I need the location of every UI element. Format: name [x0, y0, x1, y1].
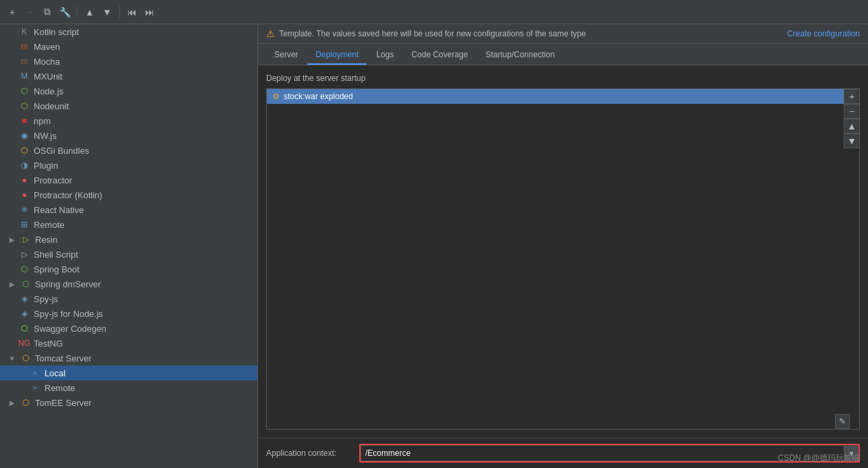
deploy-edit-btn[interactable]: ✎ — [835, 414, 850, 429]
icon-npm: ■ — [19, 115, 30, 126]
sidebar-item-label-osgi: OSGi Bundles — [34, 146, 89, 156]
sidebar-item-label-nwjs: NW.js — [34, 131, 57, 141]
warning-text: Template. The values saved here will be … — [279, 29, 586, 38]
icon-tomee-server: ⬡ — [20, 397, 31, 408]
tab-startup-connection[interactable]: Startup/Connection — [477, 46, 563, 65]
sidebar-item-spring-dmserver[interactable]: ▶⬡Spring dmServer — [0, 276, 257, 291]
sidebar-item-label-spring-boot: Spring Boot — [34, 264, 80, 274]
sidebar-item-nodeunit[interactable]: ⬡Nodeunit — [0, 98, 257, 113]
sidebar-item-label-spy-js: Spy-js — [34, 294, 58, 304]
sidebar-item-label-tomcat-local: Local — [44, 368, 65, 378]
icon-spring-dmserver: ⬡ — [20, 279, 31, 289]
icon-remote: ⊞ — [19, 219, 30, 230]
icon-shell-script: ▷ — [19, 249, 30, 260]
sidebar-item-plugin[interactable]: ◑Plugin — [0, 158, 257, 173]
deploy-remove-btn[interactable]: − — [844, 104, 860, 119]
toolbar-up-btn[interactable]: ▲ — [83, 5, 96, 19]
sidebar-item-npm[interactable]: ■npm — [0, 113, 257, 128]
icon-osgi: ⬡ — [19, 145, 30, 156]
tab-code-coverage[interactable]: Code Coverage — [403, 46, 476, 65]
icon-swagger-codegen: ⬡ — [19, 323, 30, 334]
deploy-item-icon: ⚙ — [272, 92, 280, 101]
toolbar-settings-btn[interactable]: 🔧 — [58, 5, 71, 19]
sidebar-item-tomcat-local[interactable]: ≈Local — [0, 365, 257, 380]
toolbar-sort-type-btn[interactable]: ⏭ — [143, 5, 156, 19]
tab-deployment[interactable]: Deployment — [307, 46, 367, 65]
sidebar-item-resin[interactable]: ▶▷Resin — [0, 232, 257, 247]
icon-nodejs: ⬡ — [19, 86, 30, 96]
sidebar-item-label-plugin: Plugin — [34, 160, 58, 171]
toolbar-remove-btn[interactable]: − — [23, 5, 36, 19]
sidebar: KKotlin scriptmMavenmMochaMMXUnit⬡Node.j… — [0, 24, 258, 468]
sidebar-item-label-maven: Maven — [34, 42, 60, 52]
sidebar-item-react-native[interactable]: ⚛React Native — [0, 202, 257, 217]
create-configuration-link[interactable]: Create configuration — [787, 29, 860, 38]
sidebar-item-label-swagger-codegen: Swagger Codegen — [34, 324, 106, 334]
deploy-add-btn[interactable]: + — [844, 89, 860, 104]
icon-plugin: ◑ — [19, 160, 30, 171]
toolbar-copy-btn[interactable]: ⧉ — [40, 5, 54, 19]
application-context-row: Application context: ▼ — [266, 444, 860, 463]
main-area: KKotlin scriptmMavenmMochaMMXUnit⬡Node.j… — [0, 24, 868, 468]
icon-react-native: ⚛ — [19, 204, 30, 215]
icon-mxunit: M — [19, 71, 30, 82]
expand-arrow-spring-dmserver: ▶ — [8, 280, 16, 288]
sidebar-item-label-remote: Remote — [34, 220, 65, 230]
expand-arrow-tomcat-server: ▼ — [8, 354, 16, 362]
sidebar-item-label-protractor-kotlin: Protractor (Kotlin) — [34, 190, 102, 200]
tab-server[interactable]: Server — [266, 46, 306, 65]
expand-arrow-tomee-server: ▶ — [8, 399, 16, 407]
deploy-item[interactable]: ⚙ stock:war exploded — [267, 89, 859, 104]
sidebar-item-label-tomcat-server: Tomcat Server — [35, 353, 92, 363]
sidebar-item-spring-boot[interactable]: ⬡Spring Boot — [0, 262, 257, 276]
sidebar-item-spy-js-nodejs[interactable]: ◈Spy-js for Node.js — [0, 306, 257, 321]
icon-nodeunit: ⬡ — [19, 100, 30, 111]
tab-logs[interactable]: Logs — [368, 46, 402, 65]
sidebar-item-label-tomcat-remote: Remote — [44, 383, 75, 393]
right-panel: ⚠ Template. The values saved here will b… — [258, 24, 868, 468]
warning-message: ⚠ Template. The values saved here will b… — [266, 28, 586, 39]
sidebar-item-tomcat-server[interactable]: ▼⬡Tomcat Server — [0, 351, 257, 365]
icon-protractor: ● — [19, 175, 30, 185]
icon-nwjs: ◉ — [19, 130, 30, 141]
icon-spy-js: ◈ — [19, 293, 30, 304]
sidebar-item-tomcat-remote[interactable]: ≈Remote — [0, 380, 257, 395]
deploy-section-label: Deploy at the server startup — [266, 74, 860, 83]
warning-bar: ⚠ Template. The values saved here will b… — [258, 24, 868, 44]
sidebar-item-spy-js[interactable]: ◈Spy-js — [0, 291, 257, 306]
deploy-list: ⚙ stock:war exploded + − ▲ ▼ ✎ — [266, 88, 860, 430]
sidebar-item-maven[interactable]: mMaven — [0, 39, 257, 54]
sidebar-item-protractor[interactable]: ●Protractor — [0, 173, 257, 187]
sidebar-item-osgi[interactable]: ⬡OSGi Bundles — [0, 143, 257, 158]
watermark: CSDN @@德玛玩前端 — [778, 452, 860, 464]
deploy-scroll-down-btn[interactable]: ▼ — [844, 134, 860, 148]
sidebar-item-nwjs[interactable]: ◉NW.js — [0, 128, 257, 143]
sidebar-item-label-mxunit: MXUnit — [34, 71, 63, 82]
toolbar-sort-name-btn[interactable]: ⏮ — [125, 5, 139, 19]
sidebar-item-label-nodeunit: Nodeunit — [34, 101, 69, 111]
sidebar-item-mocha[interactable]: mMocha — [0, 54, 257, 69]
application-context-label: Application context: — [266, 448, 354, 458]
toolbar-add-btn[interactable]: + — [5, 5, 19, 19]
sidebar-item-label-kotlin-script: Kotlin script — [34, 27, 79, 37]
icon-testng: NG — [19, 338, 30, 349]
sidebar-item-swagger-codegen[interactable]: ⬡Swagger Codegen — [0, 321, 257, 336]
content-area: Deploy at the server startup ⚙ stock:war… — [258, 65, 868, 438]
sidebar-item-shell-script[interactable]: ▷Shell Script — [0, 247, 257, 262]
icon-spring-boot: ⬡ — [19, 264, 30, 274]
sidebar-item-remote[interactable]: ⊞Remote — [0, 217, 257, 232]
sidebar-item-mxunit[interactable]: MMXUnit — [0, 69, 257, 84]
icon-resin: ▷ — [20, 234, 31, 245]
sidebar-item-nodejs[interactable]: ⬡Node.js — [0, 84, 257, 98]
sidebar-item-label-tomee-server: TomEE Server — [35, 398, 92, 408]
sidebar-item-tomee-server[interactable]: ▶⬡TomEE Server — [0, 395, 257, 410]
sidebar-item-kotlin-script[interactable]: KKotlin script — [0, 24, 257, 39]
sidebar-item-label-react-native: React Native — [34, 205, 84, 215]
icon-mocha: m — [19, 56, 30, 67]
sidebar-item-testng[interactable]: NGTestNG — [0, 336, 257, 351]
sidebar-item-protractor-kotlin[interactable]: ●Protractor (Kotlin) — [0, 187, 257, 202]
deploy-scroll-up-btn[interactable]: ▲ — [844, 119, 860, 134]
bottom-area: Application context: ▼ — [258, 438, 868, 468]
toolbar-down-btn[interactable]: ▼ — [100, 5, 114, 19]
sidebar-item-label-nodejs: Node.js — [34, 86, 63, 96]
